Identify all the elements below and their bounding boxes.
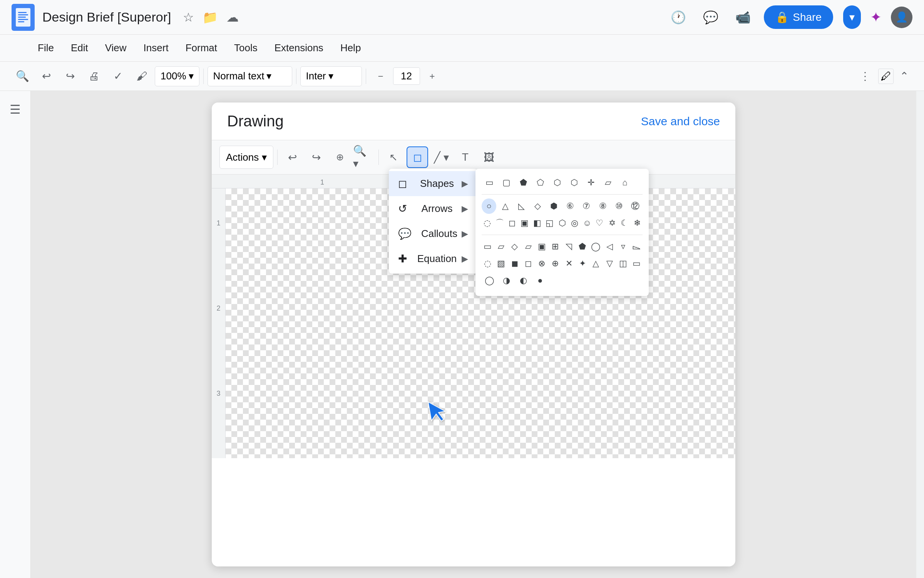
shape-rounded-rect[interactable]: ▢: [499, 175, 514, 190]
shape-r5-5[interactable]: ⊗: [536, 256, 548, 271]
shape-smiley[interactable]: ☺: [582, 215, 593, 231]
shape-cloud[interactable]: ❄: [632, 215, 643, 231]
shapes-menu-shapes[interactable]: ◻ Shapes ▶: [389, 171, 477, 196]
shape-r5-9[interactable]: △: [590, 256, 602, 271]
shape-r4-3[interactable]: ◇: [509, 239, 521, 254]
menu-help[interactable]: Help: [333, 38, 368, 58]
shape-r5-2[interactable]: ▧: [495, 256, 507, 271]
meet-btn[interactable]: 📹: [732, 6, 755, 29]
image-tool-btn[interactable]: 🖼: [478, 146, 500, 168]
avatar[interactable]: 👤: [891, 7, 912, 28]
shape-r4-11[interactable]: ▿: [617, 239, 629, 254]
font-size-increase[interactable]: +: [422, 66, 443, 87]
shape-frame[interactable]: ▣: [519, 215, 530, 231]
shape-ribbon[interactable]: ◎: [569, 215, 580, 231]
shape-r4-6[interactable]: ⊞: [549, 239, 561, 254]
redo-btn[interactable]: ↪: [59, 66, 81, 87]
shape-rect[interactable]: ▭: [482, 175, 497, 190]
comment-btn[interactable]: 💬: [699, 6, 722, 29]
text-tool-btn[interactable]: T: [454, 146, 476, 168]
shape-wedge[interactable]: ⬢: [547, 198, 561, 214]
shape-hex[interactable]: ⬡: [549, 175, 565, 190]
menu-file[interactable]: File: [31, 38, 61, 58]
shape-num6[interactable]: ⑥: [563, 198, 578, 214]
shape-diamond[interactable]: ◇: [531, 198, 545, 214]
zoom-drawing-btn[interactable]: 🔍 ▾: [353, 146, 375, 168]
shape-slash[interactable]: ⬡: [557, 215, 567, 231]
shape-num7[interactable]: ⑦: [579, 198, 594, 214]
shape-r5-6[interactable]: ⊕: [549, 256, 561, 271]
formatting-toggle[interactable]: 🖊: [878, 69, 894, 84]
shape-num8[interactable]: ⑧: [595, 198, 610, 214]
undo-drawing-btn[interactable]: ↩: [281, 146, 303, 168]
shape-bevel[interactable]: ⬟: [516, 175, 531, 190]
shape-pentagon[interactable]: ⬠: [532, 175, 548, 190]
select-tool-btn[interactable]: ↖: [383, 146, 404, 168]
shapes-menu-arrows[interactable]: ↺ Arrows ▶: [389, 196, 477, 221]
folder-icon[interactable]: 📁: [203, 10, 218, 25]
font-size-input[interactable]: [393, 67, 420, 85]
cloud-icon[interactable]: ☁: [226, 10, 239, 25]
shape-r4-10[interactable]: ◁: [604, 239, 616, 254]
shape-trap[interactable]: ⌂: [617, 175, 633, 190]
shape-r5-4[interactable]: ◻: [522, 256, 534, 271]
shape-tool-btn[interactable]: ◻: [407, 146, 428, 168]
shape-arc[interactable]: ⌒: [494, 215, 505, 231]
menu-edit[interactable]: Edit: [64, 38, 95, 58]
shape-r4-12[interactable]: ⌳: [631, 239, 643, 254]
shape-num12[interactable]: ⑫: [628, 198, 643, 214]
shape-r4-5[interactable]: ▣: [536, 239, 548, 254]
gemini-icon[interactable]: ✦: [870, 9, 882, 25]
share-button[interactable]: 🔒 Share: [764, 5, 833, 29]
menu-extensions[interactable]: Extensions: [268, 38, 330, 58]
history-btn[interactable]: 🕐: [667, 6, 690, 29]
actions-button[interactable]: Actions ▾: [219, 146, 273, 169]
font-family-select[interactable]: Inter ▾: [300, 66, 362, 86]
more-options-btn[interactable]: ⋮: [854, 66, 876, 87]
shape-r5-11[interactable]: ◫: [617, 256, 629, 271]
menu-format[interactable]: Format: [179, 38, 224, 58]
shape-circle[interactable]: ○: [482, 198, 496, 214]
shape-r4-4[interactable]: ▱: [522, 239, 534, 254]
redo-drawing-btn[interactable]: ↪: [305, 146, 327, 168]
shape-r6-3[interactable]: ◐: [516, 273, 531, 288]
spellcheck-btn[interactable]: ✓: [107, 66, 129, 87]
outline-icon[interactable]: ☰: [5, 99, 26, 120]
shape-square2[interactable]: ◻: [507, 215, 517, 231]
shape-l-shape[interactable]: ◧: [532, 215, 542, 231]
shape-r6-4[interactable]: ●: [532, 273, 548, 288]
menu-tools[interactable]: Tools: [227, 38, 264, 58]
shape-r6-2[interactable]: ◑: [499, 273, 514, 288]
shape-cross[interactable]: ✛: [583, 175, 599, 190]
shape-heart[interactable]: ♡: [594, 215, 605, 231]
shape-r4-8[interactable]: ⬟: [576, 239, 588, 254]
zoom-select[interactable]: 100% ▾: [155, 66, 199, 86]
shape-triangle[interactable]: △: [498, 198, 512, 214]
shape-sun[interactable]: ✡: [607, 215, 618, 231]
font-size-decrease[interactable]: −: [370, 66, 392, 87]
shape-snip[interactable]: ◱: [544, 215, 555, 231]
sidebar-toggle[interactable]: ⌃: [896, 70, 912, 82]
save-close-button[interactable]: Save and close: [641, 115, 720, 128]
menu-view[interactable]: View: [98, 38, 134, 58]
paint-format-btn[interactable]: 🖌: [131, 66, 152, 87]
undo-btn[interactable]: ↩: [35, 66, 57, 87]
shape-r6-1[interactable]: ◯: [482, 273, 497, 288]
shape-r4-9[interactable]: ◯: [590, 239, 602, 254]
shape-right-tri[interactable]: ◺: [514, 198, 529, 214]
shape-r5-1[interactable]: ◌: [482, 256, 494, 271]
shape-r5-8[interactable]: ✦: [576, 256, 588, 271]
shape-r4-7[interactable]: ◹: [563, 239, 575, 254]
shape-pac[interactable]: ◌: [482, 215, 492, 231]
shape-num10[interactable]: ⑩: [612, 198, 626, 214]
font-style-select[interactable]: Normal text ▾: [208, 66, 292, 86]
shapes-menu-equation[interactable]: ✚ Equation ▶: [389, 246, 477, 271]
search-btn[interactable]: 🔍: [12, 66, 33, 87]
star-icon[interactable]: ☆: [183, 10, 194, 25]
shape-r5-3[interactable]: ◼: [509, 256, 521, 271]
print-btn[interactable]: 🖨: [83, 66, 105, 87]
share-more-button[interactable]: ▾: [843, 5, 861, 29]
line-tool-btn[interactable]: ╱ ▾: [430, 146, 452, 168]
shape-moon[interactable]: ☾: [619, 215, 630, 231]
shape-r5-7[interactable]: ✕: [563, 256, 575, 271]
